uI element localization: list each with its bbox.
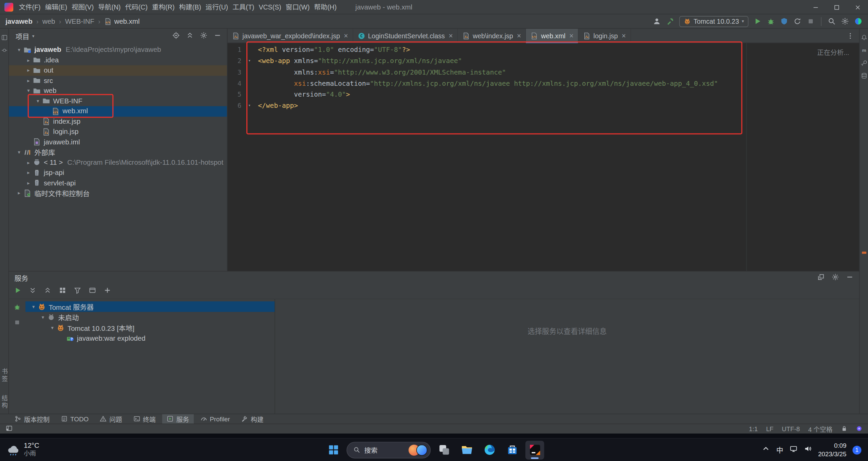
menu-vcs-s[interactable]: VCS(S) bbox=[257, 0, 283, 14]
menu-工具-t[interactable]: 工具(T) bbox=[230, 0, 257, 14]
project-item-index-jsp[interactable]: index.jsp bbox=[9, 116, 227, 126]
menu-导航-n[interactable]: 导航(N) bbox=[96, 0, 123, 14]
code-line-5[interactable]: version="4.0"> bbox=[258, 89, 859, 100]
toolwindow-button-终端[interactable]: 终端 bbox=[129, 414, 160, 424]
expand-all-button[interactable] bbox=[29, 286, 37, 296]
notifications-button[interactable] bbox=[861, 34, 867, 41]
menu-文件-f[interactable]: 文件(F) bbox=[17, 0, 43, 14]
service-item-tomcat-服务器[interactable]: ▾Tomcat 服务器 bbox=[25, 301, 275, 312]
chevron-right-icon[interactable]: ▸ bbox=[25, 180, 32, 185]
breadcrumb-item-javaweb[interactable]: javaweb bbox=[5, 17, 32, 25]
event-button[interactable] bbox=[856, 425, 863, 433]
search-box[interactable]: 搜索 bbox=[346, 442, 431, 458]
chevron-down-icon[interactable]: ▾ bbox=[16, 149, 23, 155]
editor-tab-javaweb-war-exploded-index-jsp[interactable]: javaweb_war_exploded\index.jsp× bbox=[228, 29, 353, 43]
weather-widget[interactable]: 12°C 小雨 bbox=[7, 442, 39, 458]
taskbar-clock[interactable]: 0:09 2023/3/25 bbox=[818, 442, 846, 458]
add-button[interactable] bbox=[103, 286, 111, 296]
service-item-javaweb-war-exploded[interactable]: ?javaweb:war exploded bbox=[25, 333, 275, 343]
stripe-label-书签[interactable]: 书签 bbox=[0, 368, 8, 383]
service-item-tomcat-10-0-23-本地[interactable]: ▾Tomcat 10.0.23 [本地] bbox=[25, 322, 275, 333]
chevron-right-icon[interactable]: ▸ bbox=[25, 57, 32, 63]
notification-badge[interactable]: 1 bbox=[852, 445, 861, 454]
editor-tab-login-jsp[interactable]: login.jsp× bbox=[579, 29, 631, 43]
chevron-down-icon[interactable]: ▾ bbox=[30, 304, 37, 309]
stop-button[interactable] bbox=[807, 17, 815, 25]
project-item-web-xml[interactable]: web.xml bbox=[9, 106, 227, 116]
build-hammer-button[interactable] bbox=[666, 17, 674, 25]
commit-tool-button[interactable] bbox=[1, 47, 7, 54]
database-button[interactable] bbox=[861, 73, 867, 79]
settings-button[interactable] bbox=[200, 31, 208, 41]
ime-indicator[interactable]: 中 bbox=[776, 445, 783, 455]
frame-button[interactable] bbox=[89, 286, 96, 296]
status-utf-8[interactable]: UTF-8 bbox=[782, 425, 800, 432]
rerun-button[interactable] bbox=[793, 17, 801, 25]
project-item-javaweb[interactable]: ▾javawebE:\IdeaProjects\mypro\javaweb bbox=[9, 45, 227, 55]
debug-button[interactable] bbox=[767, 17, 775, 25]
status-1-1[interactable]: 1:1 bbox=[749, 425, 758, 432]
collapse-all-button[interactable] bbox=[44, 286, 52, 296]
chevron-right-icon[interactable]: ▸ bbox=[25, 170, 32, 175]
collapse-all-button[interactable] bbox=[186, 31, 194, 41]
close-tab-icon[interactable]: × bbox=[449, 32, 453, 40]
filter-button[interactable] bbox=[74, 286, 81, 296]
menu-编辑-e[interactable]: 编辑(E) bbox=[43, 0, 69, 14]
debug-button[interactable] bbox=[13, 303, 21, 313]
project-item-外部库[interactable]: ▾外部库 bbox=[9, 147, 227, 157]
project-item-out[interactable]: ▸out bbox=[9, 65, 227, 76]
close-tab-icon[interactable]: × bbox=[344, 32, 348, 40]
taskbar-app-store[interactable] bbox=[503, 440, 521, 459]
project-item-jsp-api[interactable]: ▸jsp-api bbox=[9, 167, 227, 178]
stripe-label-结构[interactable]: 结构 bbox=[0, 395, 8, 409]
project-item-11[interactable]: ▸< 11 >C:\Program Files\Microsoft\jdk-11… bbox=[9, 157, 227, 167]
tool-windows-toggle-button[interactable] bbox=[5, 424, 13, 434]
chevron-down-icon[interactable]: ▾ bbox=[34, 98, 41, 104]
menu-视图-v[interactable]: 视图(V) bbox=[69, 0, 96, 14]
run-button[interactable] bbox=[753, 17, 761, 25]
close-tab-icon[interactable]: × bbox=[622, 32, 626, 40]
project-item-src[interactable]: ▸src bbox=[9, 76, 227, 86]
code-line-6[interactable]: </web-app> bbox=[258, 100, 859, 112]
toolwindow-button-服务[interactable]: 服务 bbox=[162, 414, 193, 424]
taskbar-app-edge[interactable] bbox=[480, 440, 498, 459]
toolwindow-button-profiler[interactable]: Profiler bbox=[196, 414, 234, 424]
breadcrumb-item-web-xml[interactable]: web.xml bbox=[104, 17, 139, 25]
menu-帮助-h[interactable]: 帮助(H) bbox=[312, 0, 339, 14]
search-button[interactable] bbox=[828, 17, 836, 25]
chevron-down-icon[interactable]: ▾ bbox=[16, 47, 23, 53]
taskbar-app-explorer[interactable] bbox=[457, 440, 476, 459]
volume-button[interactable] bbox=[804, 445, 812, 455]
gradle-button[interactable] bbox=[861, 60, 867, 66]
chevron-right-icon[interactable]: ▸ bbox=[16, 191, 23, 196]
code-line-3[interactable]: xmlns:xsi="http://www.w3.org/2001/XMLSch… bbox=[258, 67, 859, 78]
chevron-right-icon[interactable]: ▸ bbox=[25, 78, 32, 83]
group-button[interactable] bbox=[59, 286, 67, 296]
maven-button[interactable]: m bbox=[861, 47, 867, 54]
run-config-select[interactable]: Tomcat 10.0.23 ▾ bbox=[679, 16, 749, 27]
project-item-临时文件和控制台[interactable]: ▸临时文件和控制台 bbox=[9, 188, 227, 198]
menu-重构-r[interactable]: 重构(R) bbox=[150, 0, 177, 14]
locate-button[interactable] bbox=[172, 31, 180, 41]
chevron-down-icon[interactable]: ▾ bbox=[39, 314, 46, 320]
float-button[interactable] bbox=[817, 273, 825, 283]
menu-构建-b[interactable]: 构建(B) bbox=[177, 0, 203, 14]
tab-options-button[interactable] bbox=[842, 29, 859, 43]
editor-tab-loginstudentservlet-class[interactable]: CLoginStudentServlet.class× bbox=[353, 29, 458, 43]
code-line-2[interactable]: <web-app xmlns="http://xmlns.jcp.org/xml… bbox=[258, 56, 859, 67]
status-4-个空格[interactable]: 4 个空格 bbox=[808, 424, 833, 433]
toolwindow-button-问题[interactable]: 问题 bbox=[95, 414, 127, 424]
chevron-right-icon[interactable]: ▸ bbox=[25, 160, 32, 165]
toolwindow-button-构建[interactable]: 构建 bbox=[237, 414, 268, 424]
project-item-login-jsp[interactable]: login.jsp bbox=[9, 127, 227, 137]
coverage-button[interactable] bbox=[780, 17, 788, 25]
chevron-up-button[interactable] bbox=[762, 445, 770, 455]
network-button[interactable] bbox=[789, 445, 797, 455]
breadcrumb-item-web-inf[interactable]: WEB-INF bbox=[65, 17, 94, 25]
menu-窗口-w[interactable]: 窗口(W) bbox=[283, 0, 312, 14]
editor-tab-web-xml[interactable]: web.xml× bbox=[526, 29, 578, 43]
menu-运行-u[interactable]: 运行(U) bbox=[203, 0, 230, 14]
project-panel-title[interactable]: 项目▾ bbox=[16, 31, 35, 41]
settings-button[interactable] bbox=[831, 273, 839, 283]
toolwindow-button-todo[interactable]: TODO bbox=[56, 414, 93, 424]
